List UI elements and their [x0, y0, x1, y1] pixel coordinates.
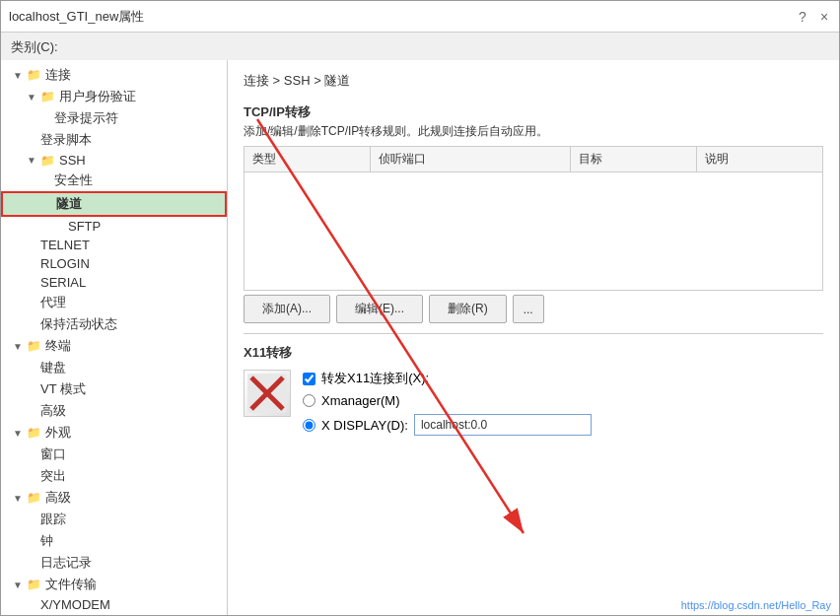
x11-content: 转发X11连接到(X): Xmanager(M) X DISPLAY(D):	[244, 370, 823, 436]
sidebar-item-highlight[interactable]: 突出	[1, 465, 227, 487]
expand-icon	[25, 447, 38, 461]
sidebar-label: 终端	[45, 337, 71, 355]
sidebar-item-user-auth[interactable]: ▼ 📁 用户身份验证	[1, 86, 227, 107]
sidebar-item-window[interactable]: 窗口	[1, 444, 227, 465]
xdisplay-row: X DISPLAY(D):	[303, 414, 592, 436]
x11-icon-svg	[247, 374, 287, 413]
sidebar-label: 隧道	[56, 195, 82, 213]
title-buttons: ? ×	[796, 10, 831, 24]
sidebar-item-vt-mode[interactable]: VT 模式	[1, 378, 227, 400]
table-empty-row	[245, 172, 823, 291]
tunnel-table: 类型 侦听端口 目标 说明	[244, 146, 823, 291]
sidebar-label: 高级	[40, 402, 66, 420]
sidebar-label: SFTP	[68, 219, 101, 234]
expand-icon	[25, 556, 38, 570]
expand-icon: ▼	[25, 154, 38, 168]
sidebar-item-tunnel[interactable]: 隧道	[1, 191, 227, 217]
sidebar-label: 高级	[45, 489, 71, 507]
sidebar-item-trace[interactable]: 跟踪	[1, 509, 227, 530]
sidebar-item-keyboard[interactable]: 键盘	[1, 357, 227, 378]
sidebar-label: 跟踪	[40, 511, 66, 528]
sidebar-item-login-script[interactable]: 登录脚本	[1, 129, 227, 151]
sidebar-label: 保持活动状态	[40, 315, 117, 333]
expand-icon	[25, 257, 38, 271]
xmanager-label: Xmanager(M)	[321, 393, 399, 408]
sidebar-label: 外观	[45, 424, 71, 442]
folder-icon: 📁	[40, 154, 55, 168]
folder-icon: 📁	[40, 90, 55, 103]
expand-icon	[25, 133, 38, 147]
sidebar-label: VT 模式	[40, 380, 86, 398]
x11-icon	[244, 370, 291, 417]
sidebar-item-connection[interactable]: ▼ 📁 连接	[1, 64, 227, 86]
main-panel-wrapper: 连接 > SSH > 隧道 TCP/IP转移 添加/编辑/删除TCP/IP转移规…	[228, 60, 839, 615]
x11-title: X11转移	[244, 344, 823, 362]
forward-x11-label: 转发X11连接到(X):	[321, 370, 429, 387]
xdisplay-input[interactable]	[414, 414, 592, 436]
help-button[interactable]: ?	[796, 10, 809, 24]
sidebar-label: 键盘	[40, 359, 66, 376]
sidebar-item-appearance[interactable]: ▼ 📁 外观	[1, 422, 227, 444]
sidebar-label: RLOGIN	[40, 256, 90, 271]
xmanager-row: Xmanager(M)	[303, 393, 592, 408]
folder-icon: 📁	[27, 426, 41, 440]
expand-icon: ▼	[11, 339, 25, 353]
expand-icon: ▼	[25, 90, 38, 103]
category-label: 类别(C):	[11, 39, 58, 54]
sidebar-item-file-transfer[interactable]: ▼ 📁 文件传输	[1, 574, 227, 595]
sidebar-item-advanced2[interactable]: ▼ 📁 高级	[1, 487, 227, 509]
edit-button[interactable]: 编辑(E)...	[336, 295, 423, 323]
sidebar-label: 代理	[40, 294, 66, 311]
sidebar-item-xymodem[interactable]: X/YMODEM	[1, 595, 227, 614]
buttons-row: 添加(A)... 编辑(E)... 删除(R) ...	[244, 295, 823, 323]
sidebar-item-security[interactable]: 安全性	[1, 170, 227, 191]
delete-button[interactable]: 删除(R)	[429, 295, 507, 323]
sidebar-item-ssh[interactable]: ▼ 📁 SSH	[1, 151, 227, 170]
sidebar-label: 用户身份验证	[59, 88, 136, 105]
xmanager-radio[interactable]	[303, 394, 315, 407]
category-bar: 类别(C):	[1, 33, 839, 60]
sidebar-item-log[interactable]: 日志记录	[1, 552, 227, 574]
more-button[interactable]: ...	[513, 295, 544, 323]
expand-icon	[25, 382, 38, 396]
folder-icon: 📁	[27, 339, 41, 353]
sidebar-item-terminal[interactable]: ▼ 📁 终端	[1, 335, 227, 357]
sidebar-item-proxy[interactable]: 代理	[1, 292, 227, 313]
content-area: ▼ 📁 连接 ▼ 📁 用户身份验证 登录提示符 登录脚本	[1, 60, 839, 615]
sidebar-label: 安全性	[54, 171, 93, 189]
sidebar-item-login-prompt[interactable]: 登录提示符	[1, 107, 227, 129]
folder-icon: 📁	[27, 68, 41, 82]
sidebar-label: SERIAL	[40, 275, 86, 290]
col-target: 目标	[570, 147, 696, 172]
sidebar-item-sftp[interactable]: SFTP	[1, 217, 227, 236]
col-type: 类型	[245, 147, 371, 172]
title-bar: localhost_GTI_new属性 ? ×	[1, 1, 839, 33]
window-title: localhost_GTI_new属性	[9, 8, 144, 26]
xdisplay-radio[interactable]	[303, 419, 315, 432]
sidebar-item-clock[interactable]: 钟	[1, 530, 227, 552]
xdisplay-label: X DISPLAY(D):	[321, 418, 408, 433]
expand-icon	[25, 361, 38, 375]
expand-icon	[40, 197, 54, 211]
sidebar-item-keepalive[interactable]: 保持活动状态	[1, 313, 227, 335]
expand-icon	[25, 513, 38, 526]
sidebar-label: 日志记录	[40, 554, 92, 572]
sidebar-item-telnet[interactable]: TELNET	[1, 236, 227, 254]
forward-x11-row: 转发X11连接到(X):	[303, 370, 592, 387]
sidebar-label: 突出	[40, 467, 66, 485]
close-button[interactable]: ×	[817, 10, 831, 24]
sidebar-item-advanced[interactable]: 高级	[1, 400, 227, 422]
sidebar-label: 登录提示符	[54, 109, 118, 127]
sidebar-item-serial[interactable]: SERIAL	[1, 273, 227, 292]
sidebar-label: 文件传输	[45, 576, 97, 593]
x11-section: X11转移	[244, 333, 823, 436]
sidebar-label: 钟	[40, 532, 53, 550]
expand-icon	[25, 296, 38, 309]
forward-x11-checkbox[interactable]	[303, 373, 315, 385]
col-desc: 说明	[696, 147, 822, 172]
sidebar-item-rlogin[interactable]: RLOGIN	[1, 254, 227, 273]
x11-options: 转发X11连接到(X): Xmanager(M) X DISPLAY(D):	[303, 370, 592, 436]
folder-icon: 📁	[27, 491, 41, 505]
expand-icon	[25, 404, 38, 418]
add-button[interactable]: 添加(A)...	[244, 295, 330, 323]
